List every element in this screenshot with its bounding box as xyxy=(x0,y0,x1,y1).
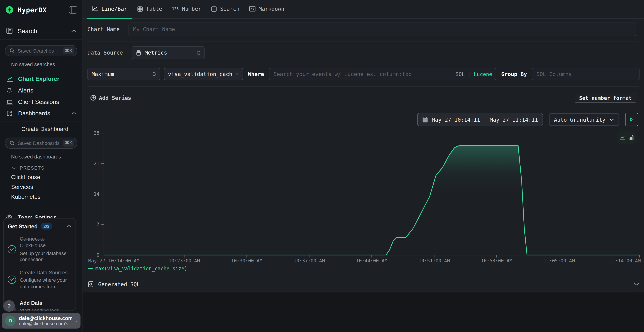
granularity-value: Auto Granularity xyxy=(554,116,606,122)
presets-toggle[interactable]: PRESETS xyxy=(0,160,82,170)
kbd-shortcut: ⌘K xyxy=(62,47,74,54)
sidebar-collapse-icon[interactable] xyxy=(69,6,77,14)
svg-text:10:44:00 AM: 10:44:00 AM xyxy=(356,258,387,264)
metric-tag[interactable]: visa_validation_cach ✕ xyxy=(164,68,243,80)
check-circle-icon xyxy=(8,276,16,284)
user-team: dale@clickhouse.com's xyxy=(19,321,72,326)
get-started-item-add-data[interactable]: 3 Add Data Start sending logs, metrics, … xyxy=(8,300,72,311)
chart-line-icon xyxy=(6,76,13,82)
line-chart-icon xyxy=(92,6,98,12)
get-started-item-connect[interactable]: Connect to ClickHouse Set up your databa… xyxy=(8,236,72,263)
chevron-up-icon[interactable] xyxy=(66,225,72,228)
tab-label: Markdown xyxy=(259,6,284,12)
preset-kubernetes[interactable]: Kubernetes xyxy=(0,190,82,200)
svg-text:May 27 10:14:00 AM: May 27 10:14:00 AM xyxy=(88,258,140,264)
generated-sql-label: Generated SQL xyxy=(98,281,630,287)
saved-dashboards-field[interactable] xyxy=(18,140,60,146)
chart-name-label: Chart Name xyxy=(88,26,120,32)
get-started-progress-badge: 2/3 xyxy=(40,223,52,230)
laptop-icon xyxy=(6,99,13,105)
task-subtitle: Start sending logs, metrics, or traces xyxy=(20,308,62,311)
presets-label: PRESETS xyxy=(20,166,44,170)
add-series-button[interactable]: Add Series xyxy=(90,95,131,101)
sidebar-search-label: Search xyxy=(18,27,67,34)
chart-legend: max(visa_validation_cache.size) xyxy=(88,266,187,271)
chart-type-tabbar: Line/Bar Table 123 Number xyxy=(82,0,644,19)
no-saved-searches-text: No saved searches xyxy=(0,56,82,68)
user-menu[interactable]: D dale@clickhouse.com dale@clickhouse.co… xyxy=(2,313,80,328)
svg-text:10:37:00 AM: 10:37:00 AM xyxy=(294,258,325,264)
svg-text:10:23:00 AM: 10:23:00 AM xyxy=(169,258,200,264)
chevron-up-down-icon xyxy=(152,71,156,77)
date-range-picker[interactable]: May 27 10:14:11 - May 27 11:14:11 xyxy=(418,113,543,126)
tab-number[interactable]: 123 Number xyxy=(167,0,206,19)
tab-table[interactable]: Table xyxy=(132,0,167,19)
close-icon[interactable]: ✕ xyxy=(236,71,239,77)
dashboard-grid-icon xyxy=(6,110,13,117)
aggregation-select[interactable]: Maximum xyxy=(88,68,160,80)
granularity-select[interactable]: Auto Granularity xyxy=(549,114,619,126)
separator: | xyxy=(468,71,471,77)
saved-searches-field[interactable] xyxy=(18,48,60,54)
markdown-icon: M↓ xyxy=(249,6,256,12)
aggregation-value: Maximum xyxy=(92,71,149,77)
create-dashboard-button[interactable]: + Create Dashboard xyxy=(0,122,82,132)
sidebar-item-label: Client Sessions xyxy=(18,98,59,105)
sidebar-item-dashboards[interactable]: Dashboards xyxy=(0,108,82,119)
create-dashboard-label: Create Dashboard xyxy=(22,126,68,132)
run-query-button[interactable] xyxy=(625,113,638,126)
chevron-down-icon xyxy=(610,118,614,121)
lucene-mode-button[interactable]: Lucene xyxy=(474,71,492,77)
preset-services[interactable]: Services xyxy=(0,180,82,190)
task-title: Connect to ClickHouse xyxy=(20,236,72,249)
tab-label: Table xyxy=(146,6,162,12)
chart-name-input[interactable] xyxy=(128,22,636,36)
task-subtitle: Configure where your data comes from xyxy=(20,277,72,290)
tab-label: Search xyxy=(220,6,240,12)
tab-markdown[interactable]: M↓ Markdown xyxy=(244,0,289,19)
sidebar-section-search[interactable]: Search xyxy=(0,26,82,36)
timeseries-chart[interactable]: 07142128May 27 10:14:00 AM10:23:00 AM10:… xyxy=(88,130,641,266)
sidebar-item-alerts[interactable]: Alerts xyxy=(0,84,82,96)
sidebar-item-chart-explorer[interactable]: Chart Explorer xyxy=(0,73,82,84)
saved-searches-input[interactable]: ⌘K xyxy=(5,45,77,56)
plus-circle-icon xyxy=(90,95,96,100)
logo-row: HyperDX xyxy=(0,0,82,14)
saved-dashboards-input[interactable]: ⌘K xyxy=(5,138,77,149)
get-started-item-sources[interactable]: Create Data Sources Configure where your… xyxy=(8,269,72,290)
search-icon xyxy=(10,140,15,146)
code-icon xyxy=(88,281,94,288)
get-started-title: Get Started xyxy=(8,223,38,229)
data-source-select[interactable]: Metrics xyxy=(132,46,204,59)
number-123-icon: 123 xyxy=(172,7,178,11)
get-started-card: Get Started 2/3 Connect to ClickHouse Se… xyxy=(3,218,76,311)
chevron-up-icon xyxy=(72,112,76,115)
group-by-input[interactable] xyxy=(532,68,640,80)
chevron-up-down-icon xyxy=(197,50,200,56)
main-content: Line/Bar Table 123 Number xyxy=(82,0,644,332)
tab-line-bar[interactable]: Line/Bar xyxy=(87,0,132,19)
calendar-icon xyxy=(422,116,428,122)
svg-text:10:51:00 AM: 10:51:00 AM xyxy=(418,258,450,264)
svg-text:28: 28 xyxy=(94,130,100,136)
help-button[interactable]: ? xyxy=(3,300,15,312)
set-number-format-button[interactable]: Set number format xyxy=(574,93,636,103)
sidebar-item-label: Alerts xyxy=(18,87,33,94)
search-icon xyxy=(10,48,15,54)
preset-clickhouse[interactable]: ClickHouse xyxy=(0,170,82,180)
hyperdx-app: HyperDX Search ⌘K No saved searches xyxy=(0,0,644,332)
chevron-up-icon xyxy=(72,29,76,32)
tab-label: Number xyxy=(182,6,201,12)
task-title: Add Data xyxy=(20,300,62,306)
sidebar-item-client-sessions[interactable]: Client Sessions xyxy=(0,96,82,108)
app-title: HyperDX xyxy=(18,6,69,14)
sql-mode-button[interactable]: SQL xyxy=(456,71,465,77)
hyperdx-logo-icon xyxy=(5,5,14,14)
generated-sql-toggle[interactable]: Generated SQL xyxy=(88,276,639,292)
kbd-shortcut: ⌘K xyxy=(62,140,74,147)
sidebar-item-label: Chart Explorer xyxy=(18,76,60,82)
divider xyxy=(0,39,82,40)
tab-search[interactable]: Search xyxy=(206,0,244,19)
bell-icon xyxy=(6,87,13,94)
chevron-down-icon xyxy=(12,166,16,170)
